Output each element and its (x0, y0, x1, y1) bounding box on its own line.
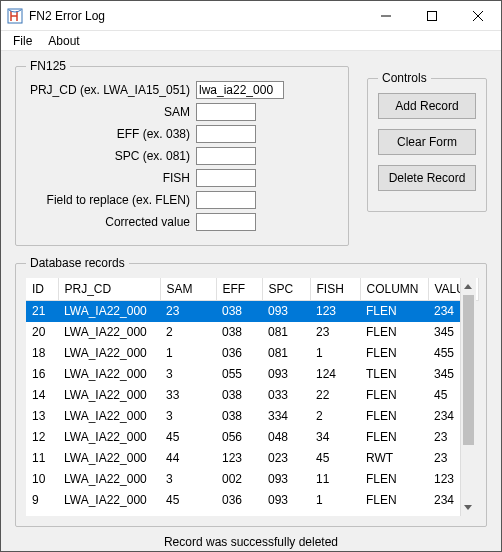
col-header-fish[interactable]: FISH (310, 278, 360, 300)
col-header-id[interactable]: ID (26, 278, 58, 300)
cell: 9 (26, 490, 58, 511)
eff-input[interactable] (196, 125, 256, 143)
col-header-prj[interactable]: PRJ_CD (58, 278, 160, 300)
eff-label: EFF (ex. 038) (26, 127, 196, 141)
table-row[interactable]: 13LWA_IA22_00030383342FLEN234 (26, 406, 460, 427)
cell: FLEN (360, 322, 428, 343)
scroll-down-icon[interactable] (461, 499, 476, 516)
spc-input[interactable] (196, 147, 256, 165)
spc-label: SPC (ex. 081) (26, 149, 196, 163)
cell: 45 (310, 448, 360, 469)
corrected-input[interactable] (196, 213, 256, 231)
cell: LWA_IA22_000 (58, 343, 160, 364)
table-row[interactable]: 16LWA_IA22_0003055093124TLEN345 (26, 364, 460, 385)
cell: 234 (428, 406, 460, 427)
minimize-button[interactable] (363, 1, 409, 31)
table-row[interactable]: 21LWA_IA22_00023038093123FLEN234 (26, 301, 460, 322)
menu-file[interactable]: File (5, 32, 40, 50)
cell: 093 (262, 301, 310, 322)
prj-cd-label: PRJ_CD (ex. LWA_IA15_051) (26, 83, 196, 97)
cell: 023 (262, 448, 310, 469)
fish-label: FISH (26, 171, 196, 185)
cell: FLEN (360, 406, 428, 427)
cell: FLEN (360, 490, 428, 511)
table-row[interactable]: 10LWA_IA22_000300209311FLEN123 (26, 469, 460, 490)
titlebar: FN2 Error Log (1, 1, 501, 31)
cell: 081 (262, 343, 310, 364)
cell: 038 (216, 406, 262, 427)
cell: 23 (428, 427, 460, 448)
cell: 23 (310, 322, 360, 343)
cell: 3 (160, 406, 216, 427)
scroll-up-icon[interactable] (461, 278, 476, 295)
cell: 038 (216, 322, 262, 343)
cell: 123 (310, 301, 360, 322)
cell: 22 (310, 385, 360, 406)
menu-about[interactable]: About (40, 32, 87, 50)
fn125-legend: FN125 (26, 59, 70, 73)
cell: 45 (428, 385, 460, 406)
sam-input[interactable] (196, 103, 256, 121)
cell: 1 (310, 490, 360, 511)
cell: 11 (26, 448, 58, 469)
cell: LWA_IA22_000 (58, 469, 160, 490)
cell: 23 (428, 448, 460, 469)
fn125-group: FN125 PRJ_CD (ex. LWA_IA15_051) SAM EFF … (15, 59, 349, 246)
cell: 123 (216, 448, 262, 469)
cell: 055 (216, 364, 262, 385)
col-header-sam[interactable]: SAM (160, 278, 216, 300)
cell: LWA_IA22_000 (58, 427, 160, 448)
scroll-thumb[interactable] (463, 295, 474, 445)
cell: LWA_IA22_000 (58, 448, 160, 469)
cell: 21 (26, 301, 58, 322)
cell: 34 (310, 427, 360, 448)
table-row[interactable]: 14LWA_IA22_0003303803322FLEN45 (26, 385, 460, 406)
cell: LWA_IA22_000 (58, 364, 160, 385)
records-table[interactable]: ID PRJ_CD SAM EFF SPC FISH COLUMN VALUE … (26, 278, 460, 516)
cell: 3 (160, 469, 216, 490)
cell: 23 (160, 301, 216, 322)
col-header-spc[interactable]: SPC (262, 278, 310, 300)
cell: 3 (160, 364, 216, 385)
cell: 345 (428, 364, 460, 385)
app-icon (7, 8, 23, 24)
maximize-button[interactable] (409, 1, 455, 31)
table-row[interactable]: 9LWA_IA22_000450360931FLEN234 (26, 490, 460, 511)
cell: FLEN (360, 385, 428, 406)
clear-form-button[interactable]: Clear Form (378, 129, 476, 155)
add-record-button[interactable]: Add Record (378, 93, 476, 119)
prj-cd-input[interactable] (196, 81, 284, 99)
cell: 036 (216, 490, 262, 511)
cell: TLEN (360, 364, 428, 385)
cell: 345 (428, 322, 460, 343)
cell: 033 (262, 385, 310, 406)
cell: 038 (216, 385, 262, 406)
table-row[interactable]: 11LWA_IA22_0004412302345RWT23 (26, 448, 460, 469)
delete-record-button[interactable]: Delete Record (378, 165, 476, 191)
table-row[interactable]: 20LWA_IA22_000203808123FLEN345 (26, 322, 460, 343)
controls-group: Controls Add Record Clear Form Delete Re… (367, 71, 487, 212)
cell: 234 (428, 301, 460, 322)
table-scrollbar[interactable] (460, 278, 476, 516)
cell: 334 (262, 406, 310, 427)
col-header-eff[interactable]: EFF (216, 278, 262, 300)
cell: FLEN (360, 301, 428, 322)
cell: 18 (26, 343, 58, 364)
close-button[interactable] (455, 1, 501, 31)
cell: 038 (216, 301, 262, 322)
corrected-label: Corrected value (26, 215, 196, 229)
fish-input[interactable] (196, 169, 256, 187)
table-row[interactable]: 18LWA_IA22_00010360811FLEN455 (26, 343, 460, 364)
menubar: File About (1, 31, 501, 51)
col-header-col[interactable]: COLUMN (360, 278, 428, 300)
cell: 45 (160, 490, 216, 511)
cell: LWA_IA22_000 (58, 490, 160, 511)
cell: 123 (428, 469, 460, 490)
field-input[interactable] (196, 191, 256, 209)
cell: 12 (26, 427, 58, 448)
cell: 081 (262, 322, 310, 343)
cell: 11 (310, 469, 360, 490)
cell: 33 (160, 385, 216, 406)
table-row[interactable]: 12LWA_IA22_0004505604834FLEN23 (26, 427, 460, 448)
cell: LWA_IA22_000 (58, 301, 160, 322)
